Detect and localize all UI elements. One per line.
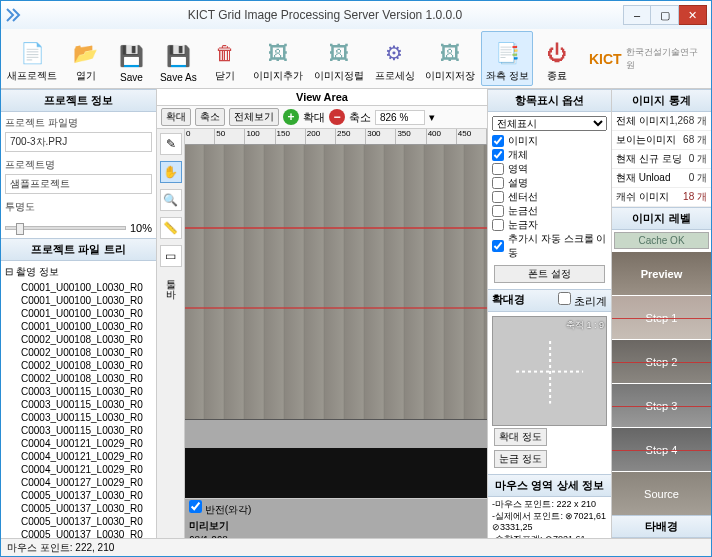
brand-sub: 한국건설기술연구원 bbox=[626, 46, 703, 72]
mouse-position: 마우스 포인트: 222, 210 bbox=[7, 542, 114, 553]
toolbar-프로세싱[interactable]: ⚙프로세싱 bbox=[370, 31, 419, 86]
opt-눈금자[interactable]: 눈금자 bbox=[492, 218, 607, 232]
tree-item[interactable]: C0005_U00137_L0030_R0 bbox=[3, 489, 154, 502]
toolbar-이미지저장[interactable]: 🖼이미지저장 bbox=[421, 31, 480, 86]
toolbar-Save[interactable]: 💾Save bbox=[110, 31, 154, 86]
toolbar-닫기[interactable]: 🗑닫기 bbox=[203, 31, 247, 86]
plus-icon[interactable]: + bbox=[283, 109, 299, 125]
opt-추가시 자동 스크롤 이동[interactable]: 추가시 자동 스크롤 이동 bbox=[492, 232, 607, 260]
display-options-header: 항목표시 옵션 bbox=[488, 89, 611, 112]
stat-row: 현재 신규 로딩0 개 bbox=[612, 150, 711, 169]
toolbar-이미지정렬[interactable]: 🖼이미지정렬 bbox=[310, 31, 369, 86]
tree-item[interactable]: C0002_U00108_L0030_R0 bbox=[3, 359, 154, 372]
tree-item[interactable]: C0001_U00100_L0030_R0 bbox=[3, 307, 154, 320]
project-filename-label: 프로젝트 파일명 bbox=[5, 114, 152, 132]
tree-item[interactable]: C0005_U00137_L0030_R0 bbox=[3, 502, 154, 515]
종료-icon: ⏻ bbox=[543, 39, 571, 67]
main-toolbar: 📄새프로젝트📂열기💾Save💾Save As🗑닫기🖼이미지추가🖼이미지정렬⚙프로… bbox=[1, 29, 711, 89]
tree-item[interactable]: C0001_U00100_L0030_R0 bbox=[3, 294, 154, 307]
stat-row: 보이는이미지68 개 bbox=[612, 131, 711, 150]
minimize-button[interactable]: – bbox=[623, 5, 651, 25]
level-step-4[interactable]: Step 4 bbox=[612, 427, 711, 471]
tree-item[interactable]: C0005_U00137_L0030_R0 bbox=[3, 528, 154, 538]
zoom-out-tab[interactable]: 축소 bbox=[195, 108, 225, 126]
display-mode-select[interactable]: 전체표시 bbox=[492, 116, 607, 131]
tree-item[interactable]: C0001_U00100_L0030_R0 bbox=[3, 320, 154, 333]
opt-개체[interactable]: 개체 bbox=[492, 148, 607, 162]
zoom-input[interactable] bbox=[375, 110, 425, 125]
invert-checkbox[interactable]: 반전(와각) bbox=[189, 500, 251, 517]
preview-strip-label: 미리보기 bbox=[189, 519, 229, 533]
project-name-value: 샘플프로젝트 bbox=[5, 174, 152, 194]
scale-label: 축적 1 : 9 bbox=[566, 319, 604, 332]
window-title: KICT Grid Image Processing Server Versio… bbox=[27, 8, 623, 22]
measure-tool[interactable]: 📏 bbox=[160, 217, 182, 239]
pen-tool[interactable]: ✎ bbox=[160, 133, 182, 155]
horizontal-ruler: 050100150200250300350400450 bbox=[185, 129, 487, 145]
close-button[interactable]: ✕ bbox=[679, 5, 707, 25]
tree-item[interactable]: C0003_U00115_L0030_R0 bbox=[3, 385, 154, 398]
tree-item[interactable]: C0003_U00115_L0030_R0 bbox=[3, 398, 154, 411]
toolbar-새프로젝트[interactable]: 📄새프로젝트 bbox=[3, 31, 62, 86]
tree-item[interactable]: C0002_U00108_L0030_R0 bbox=[3, 346, 154, 359]
background-header: 타배경 bbox=[612, 515, 711, 538]
zoom-tool[interactable]: 🔍 bbox=[160, 189, 182, 211]
zoom-dropdown-icon[interactable]: ▾ bbox=[429, 111, 435, 124]
zoom-in-label: 확대 bbox=[303, 110, 325, 125]
stat-row: 현재 Unload0 개 bbox=[612, 169, 711, 188]
project-tree-header: 프로젝트 파일 트리 bbox=[1, 238, 156, 261]
project-file-tree[interactable]: ⊟ 촬영 정보 C0001_U00100_L0030_R0C0001_U0010… bbox=[1, 261, 156, 538]
image-stats-header: 이미지 통계 bbox=[612, 89, 711, 112]
full-view-button[interactable]: 전체보기 bbox=[229, 108, 279, 126]
level-step-1[interactable]: Step 1 bbox=[612, 295, 711, 339]
opacity-slider[interactable]: 10% bbox=[1, 218, 156, 238]
tree-item[interactable]: C0002_U00108_L0030_R0 bbox=[3, 372, 154, 385]
tree-item[interactable]: C0003_U00115_L0030_R0 bbox=[3, 424, 154, 437]
새프로젝트-icon: 📄 bbox=[18, 39, 46, 67]
level-preview[interactable]: Preview bbox=[612, 251, 711, 295]
이미지추가-icon: 🖼 bbox=[264, 39, 292, 67]
이미지저장-icon: 🖼 bbox=[436, 39, 464, 67]
toolbar-Save As[interactable]: 💾Save As bbox=[156, 31, 202, 86]
opt-영역[interactable]: 영역 bbox=[492, 162, 607, 176]
mouse-detail-text: -마우스 포인트: 222 x 210-실제에서 포인트: ⊗7021,61 ⊘… bbox=[488, 497, 611, 538]
프로세싱-icon: ⚙ bbox=[380, 39, 408, 67]
mouse-detail-header: 마우스 영역 상세 정보 bbox=[488, 474, 611, 497]
tree-item[interactable]: C0002_U00108_L0030_R0 bbox=[3, 333, 154, 346]
level-source[interactable]: Source bbox=[612, 471, 711, 515]
opt-센터선[interactable]: 센터선 bbox=[492, 190, 607, 204]
opt-설명[interactable]: 설명 bbox=[492, 176, 607, 190]
tree-item[interactable]: C0001_U00100_L0030_R0 bbox=[3, 281, 154, 294]
tree-item[interactable]: C0005_U00137_L0030_R0 bbox=[3, 515, 154, 528]
maximize-button[interactable]: ▢ bbox=[651, 5, 679, 25]
opt-이미지[interactable]: 이미지 bbox=[492, 134, 607, 148]
tree-item[interactable]: C0003_U00115_L0030_R0 bbox=[3, 411, 154, 424]
hand-tool[interactable]: ✋ bbox=[160, 161, 182, 183]
rect-tool[interactable]: ▭ bbox=[160, 245, 182, 267]
project-info-header: 프로젝트 정보 bbox=[1, 89, 156, 112]
tree-item[interactable]: C0004_U00127_L0029_R0 bbox=[3, 476, 154, 489]
titlebar: KICT Grid Image Processing Server Versio… bbox=[1, 1, 711, 29]
grid-precision-button[interactable]: 눈금 정도 bbox=[494, 450, 547, 468]
tree-item[interactable]: C0004_U00121_L0029_R0 bbox=[3, 437, 154, 450]
stat-row: 전체 이미지1,268 개 bbox=[612, 112, 711, 131]
image-canvas[interactable]: 050100150200250300350400450 반전(와각) 미리보기 bbox=[185, 129, 487, 538]
toolbar-열기[interactable]: 📂열기 bbox=[64, 31, 108, 86]
tree-root-label: 촬영 정보 bbox=[16, 266, 59, 277]
level-step-2[interactable]: Step 2 bbox=[612, 339, 711, 383]
tree-item[interactable]: C0004_U00121_L0029_R0 bbox=[3, 463, 154, 476]
tree-item[interactable]: C0004_U00121_L0029_R0 bbox=[3, 450, 154, 463]
minus-icon[interactable]: − bbox=[329, 109, 345, 125]
mag-precision-button[interactable]: 확대 정도 bbox=[494, 428, 547, 446]
level-step-3[interactable]: Step 3 bbox=[612, 383, 711, 427]
ruler-checkbox[interactable]: 초리계 bbox=[558, 292, 607, 309]
opt-눈금선[interactable]: 눈금선 bbox=[492, 204, 607, 218]
toolbar-이미지추가[interactable]: 🖼이미지추가 bbox=[249, 31, 308, 86]
닫기-icon: 🗑 bbox=[211, 39, 239, 67]
font-settings-button[interactable]: 폰트 설정 bbox=[494, 265, 605, 283]
toolbar-좌측 정보[interactable]: 📑좌측 정보 bbox=[481, 31, 533, 86]
이미지정렬-icon: 🖼 bbox=[325, 39, 353, 67]
toolbar-종료[interactable]: ⏻종료 bbox=[535, 31, 579, 86]
zoom-in-tab[interactable]: 확대 bbox=[161, 108, 191, 126]
app-icon bbox=[5, 7, 21, 23]
